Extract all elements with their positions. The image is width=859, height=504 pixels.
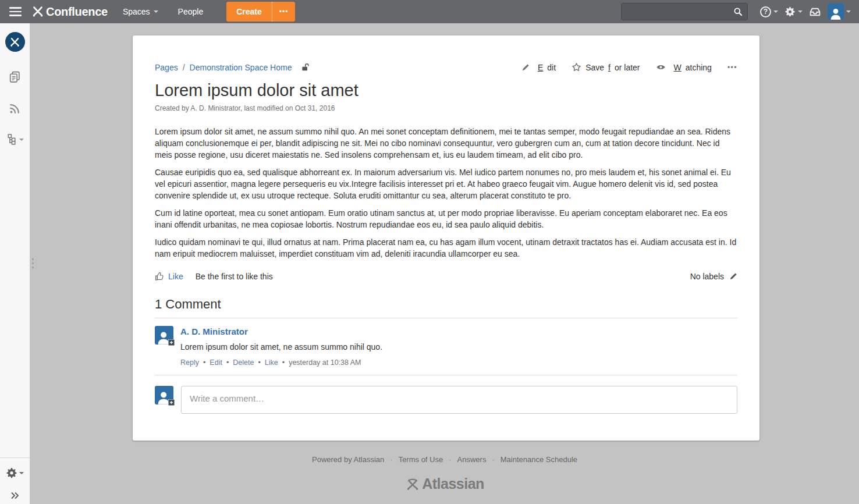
space-logo[interactable] [5,32,25,52]
pencil-icon [521,63,530,72]
atlassian-mark-icon [405,477,420,492]
footer-separator: · [449,455,451,464]
comments-section: 1 Comment A. D. Ministrator Lorem ip [155,297,737,414]
create-button-group: Create ••• [226,2,295,22]
comment-body: A. D. Ministrator Lorem ipsum dolor sit … [180,326,382,367]
header-right: ? [621,3,851,20]
app-header: Confluence Spaces People Create ••• [0,0,859,23]
comment-text: Lorem ipsum dolor sit amet, ne assum sum… [180,342,382,352]
confluence-logo[interactable]: Confluence [31,5,108,19]
unlock-icon[interactable] [301,63,310,72]
nav-spaces-label: Spaces [123,7,150,16]
search-input[interactable] [626,8,733,16]
rss-icon [9,102,21,115]
sidebar-item-blog[interactable] [0,102,30,115]
create-more-button[interactable]: ••• [272,2,296,22]
chevron-down-icon [19,472,24,474]
sidebar-footer [0,457,30,504]
like-button[interactable]: Like [168,272,183,281]
paragraph: Cum id latine oporteat, mea cu sonet ant… [155,207,737,230]
hamburger-menu-icon[interactable] [0,0,30,23]
comment-reply-button[interactable]: Reply [180,359,199,367]
space-tools-button[interactable] [0,467,30,479]
confluence-app: Confluence Spaces People Create ••• [0,0,859,504]
confluence-logo-text: Confluence [46,5,108,19]
chevron-down-icon [798,10,803,13]
header-left: Confluence Spaces People Create ••• [0,0,295,23]
footer-answers-link[interactable]: Answers [457,455,487,464]
create-button[interactable]: Create [226,2,272,22]
labels-control[interactable]: No labels [690,272,737,281]
comments-heading: 1 Comment [155,297,737,312]
footer-links: Powered by Atlassian · Terms of Use · An… [30,455,859,464]
watching-button[interactable]: Watching [656,63,712,72]
comment-author-avatar[interactable] [155,326,173,345]
comment-actions: Reply • Edit • Delete • Like • yesterday… [180,359,382,367]
notifications-button[interactable] [809,7,821,17]
sidebar-expand-button[interactable] [0,492,30,499]
atlassian-logo-text: Atlassian [422,475,484,492]
comment-edit-button[interactable]: Edit [210,359,222,367]
comment-item: A. D. Ministrator Lorem ipsum dolor sit … [155,318,737,375]
nav-spaces[interactable]: Spaces [123,7,158,16]
page-title: Lorem ipsum dolor sit amet [155,81,737,100]
page-more-button[interactable]: ••• [727,63,737,72]
breadcrumb: Pages / Demonstration Space Home [155,63,310,72]
write-comment-input[interactable] [181,386,737,414]
footer-separator: · [390,455,392,464]
save-for-later-button[interactable]: Save for later [572,62,640,72]
footer-terms-link[interactable]: Terms of Use [399,455,443,464]
action-separator: • [226,359,229,367]
gear-icon [6,467,17,479]
action-separator: • [258,359,260,367]
footer-maintenance-link[interactable]: Maintenance Schedule [501,455,577,464]
add-badge-icon [168,339,175,346]
space-sidebar [0,23,30,504]
current-user-avatar [155,386,173,404]
tray-icon [809,7,821,17]
page-byline: Created by A. D. Ministrator, last modif… [155,104,737,112]
settings-menu[interactable] [785,6,803,17]
star-icon [572,62,581,72]
comment-composer [155,386,737,414]
sidebar-resize-handle[interactable] [32,258,34,268]
space-logo-x-icon [9,37,20,48]
chevron-down-icon [773,10,778,13]
breadcrumb-pages-link[interactable]: Pages [155,63,178,72]
page-toolbar: Edit Save for later Watching [521,62,737,72]
search-box [621,3,748,20]
nav-people[interactable]: People [178,7,204,16]
nav-people-label: People [178,7,204,16]
breadcrumb-space-home-link[interactable]: Demonstration Space Home [190,63,292,72]
eye-icon [656,63,666,72]
hierarchy-tree-icon [6,133,17,145]
no-labels-text: No labels [690,272,724,281]
comment-like-button[interactable]: Like [265,359,278,367]
edit-labels-pencil-icon[interactable] [729,272,737,281]
double-chevron-right-icon [10,492,20,499]
thumbs-up-icon[interactable] [155,272,164,281]
comment-author-link[interactable]: A. D. Ministrator [180,326,248,336]
footer-separator: · [492,455,494,464]
atlassian-logo: Atlassian [30,475,859,492]
page-card: Pages / Demonstration Space Home [133,36,759,441]
help-menu[interactable]: ? [760,6,778,17]
page-metadata-row: Pages / Demonstration Space Home [155,62,737,72]
comment-delete-button[interactable]: Delete [233,359,254,367]
like-prompt: Be the first to like this [196,272,273,281]
page-footer: Powered by Atlassian · Terms of Use · An… [30,455,859,492]
help-icon: ? [760,6,771,17]
sidebar-item-pages[interactable] [0,70,30,84]
paragraph: Causae euripidis quo ea, sed qualisque a… [155,166,737,201]
chevron-down-icon [846,10,851,13]
add-badge-icon [168,399,175,406]
search-icon[interactable] [733,7,743,16]
footer-powered-by-link[interactable]: Powered by Atlassian [312,455,384,464]
pages-icon [8,70,22,84]
edit-button[interactable]: Edit [521,63,556,72]
user-menu[interactable] [828,3,851,20]
chevron-down-icon [19,139,24,141]
sidebar-item-space-tools-tree[interactable] [0,133,30,145]
chevron-down-icon [154,10,158,13]
main-area: Pages / Demonstration Space Home [30,36,859,504]
